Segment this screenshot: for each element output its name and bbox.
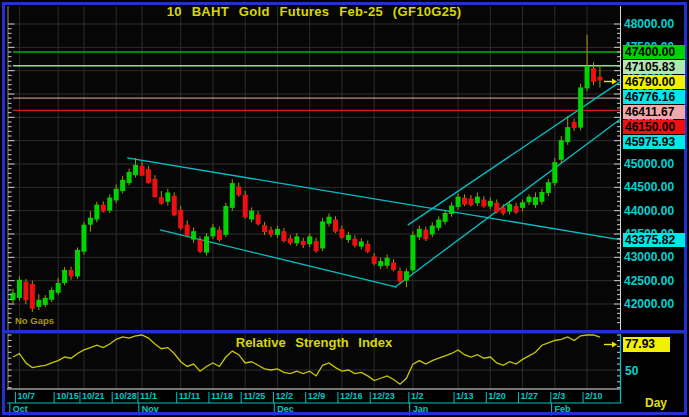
price-tag: 46776.16 [623,90,685,104]
candle-body [159,197,164,204]
candle-body [488,201,493,207]
candle-body [43,298,48,305]
price-tag: 46790.00 [623,75,685,89]
price-axis-label: 43000.00 [624,250,674,264]
price-axis-label: 42000.00 [624,297,674,311]
candle-body [140,166,145,176]
candle-body [365,244,370,252]
price-tag: 43375.82 [623,233,685,247]
candle-body [578,87,583,127]
candle-body [223,206,228,235]
candle-body [410,235,415,270]
price-tag: 46150.00 [623,120,685,134]
candle-body [333,220,338,232]
candle-body [385,258,390,266]
candle-body [359,241,364,246]
date-tick-label: 12/2 [275,391,293,402]
candle-body [23,282,28,301]
month-label: Jan [413,404,429,415]
date-tick-label: 1/20 [488,391,506,402]
price-tag: 47400.00 [623,45,685,59]
candle-body [327,217,332,224]
candle-body [120,180,125,191]
candle-body [494,203,499,212]
month-label: Oct [13,404,28,415]
candle-body [269,230,274,235]
candle-body [236,186,241,195]
candle-body [565,127,570,142]
candle-body [17,280,22,298]
date-tick-label: 10/7 [17,391,35,402]
date-tick-label: 11/25 [243,391,265,402]
candle-body [591,68,596,82]
candle-body [204,236,209,252]
candle-body [352,239,357,246]
price-tag: 45975.93 [623,135,685,149]
candle-body [378,261,383,266]
candle-body [62,270,67,283]
candle-body [56,283,61,293]
price-axis-label: 45000.00 [624,157,674,171]
price-tag: 47105.83 [623,60,685,74]
candle-body [210,227,215,236]
date-tick-label: 11/1 [140,391,157,402]
candle-body [191,231,196,239]
chart-canvas[interactable] [0,0,689,417]
candle-body [546,182,551,193]
candle-body [107,198,112,211]
month-label: Feb [555,404,571,415]
candle-body [127,172,132,183]
date-tick-label: 2/3 [553,391,566,402]
candle-body [346,235,351,240]
candle-body [36,300,41,307]
candle-body [185,225,190,236]
candle-body [230,183,235,208]
candle-body [552,162,557,183]
candle-body [514,206,519,213]
candle-body [430,226,435,235]
candle-body [520,202,525,208]
candle-body [101,205,106,212]
candle-body [462,198,467,205]
rsi-value-tag: 77.93 [623,337,670,352]
date-tick-label: 1/2 [411,391,424,402]
candle-body [75,250,80,277]
candle-body [178,210,183,229]
candle-body [320,221,325,248]
date-tick-label: 1/13 [456,391,474,402]
candle-body [475,197,480,204]
date-tick-label: 2/10 [585,391,603,402]
candle-body [165,192,170,201]
price-pane [7,6,621,330]
candle-body [572,122,577,128]
chart-title: 10 BAHT Gold Futures Feb-25 (GF10G25) [7,4,621,19]
candle-body [94,205,99,220]
date-tick-label: 12/23 [372,391,395,402]
candle-body [307,236,312,244]
candle-body [69,270,74,277]
candle-body [539,192,544,202]
date-tick-label: 10/21 [82,391,105,402]
month-label: Nov [142,404,159,415]
candle-body [172,196,177,216]
candle-body [288,238,293,243]
candle-body [481,199,486,206]
date-tick-label: 11/11 [179,391,201,402]
candle-body [449,206,454,214]
candle-body [81,225,86,252]
candle-body [88,218,93,225]
candle-body [198,240,203,252]
date-tick-label: 1/27 [521,391,539,402]
rsi-level-label: 50 [625,364,638,378]
candle-body [314,241,319,251]
price-tag: 46411.67 [623,105,685,119]
candle-body [527,197,532,203]
candle-body [404,271,409,280]
candle-body [423,230,428,239]
price-axis-label: 42500.00 [624,274,674,288]
candle-body [398,271,403,282]
candle-body [501,207,506,213]
rsi-title: Relative Strength Index [7,335,621,350]
candle-body [456,197,461,207]
candle-body [468,199,473,206]
